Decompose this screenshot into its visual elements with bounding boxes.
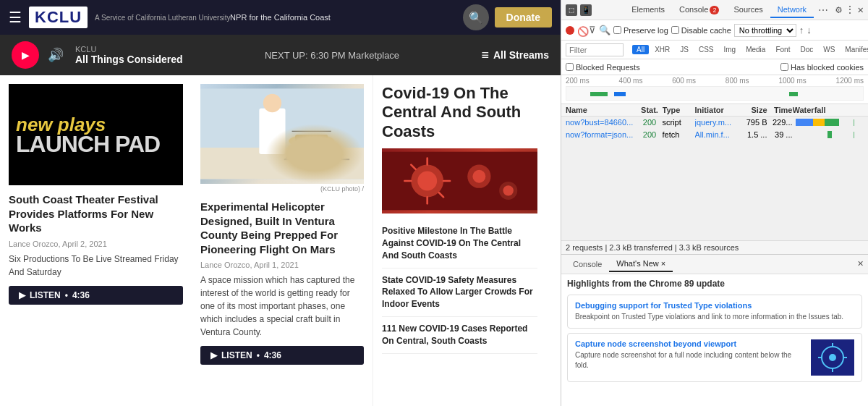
card-1-text: Debugging support for Trusted Type viola… [575,301,854,322]
volume-button[interactable]: 🔊 [48,47,64,63]
covid-link-1[interactable]: Positive Milestone In The Battle Against… [382,219,537,268]
network-table-body: now?bust=84660... 200 script jquery.m...… [561,117,868,240]
close-panel-button[interactable]: ✕ [857,259,864,268]
import-icon[interactable]: ↑ [799,25,804,35]
col-time[interactable]: Time [767,106,793,114]
waterfall-seg-blue [796,119,813,126]
helicopter-desc: A space mission which has captured the i… [200,274,364,339]
type-all[interactable]: All [632,45,649,54]
tab-elements[interactable]: Elements [624,2,672,18]
tab-network[interactable]: Network [770,2,814,18]
play-button[interactable]: ▶ [12,41,39,69]
col-type[interactable]: Type [663,106,695,114]
search-network-icon[interactable]: 🔍 [599,25,610,35]
throttle-select[interactable]: No throttling [734,24,796,37]
article-theater: new plays LAUNCH PAD South Coast Theater… [0,75,192,406]
theater-desc: Six Productions To Be Live Streamed Frid… [9,253,183,279]
preserve-log-label[interactable]: Preserve log [613,26,668,35]
website-panel: ☰ KCLU A Service of California Lutheran … [0,0,561,406]
preserve-log-checkbox[interactable] [613,26,621,34]
timeline-labels: 200 ms 400 ms 600 ms 800 ms 1000 ms 1200… [566,77,864,85]
waterfall-bar-1 [793,119,851,126]
btab-console[interactable]: Console [566,257,609,271]
clear-button[interactable]: 🚫 [577,26,586,35]
row2-type: fetch [663,130,695,139]
devtools-panel: ⬚ 📱 Elements Console2 Sources Network ⋯ … [561,0,868,406]
export-icon[interactable]: ↓ [807,25,812,35]
blocked-requests-label[interactable]: Blocked Requests [566,63,640,72]
card-2-title[interactable]: Capture node screenshot beyond viewport [575,339,805,348]
waterfall-indicator-1: | [854,119,855,126]
type-img[interactable]: Img [719,45,740,54]
row2-name: now?format=json... [566,130,637,139]
streams-icon: ≡ [481,48,489,63]
station-info: KCLU All Things Considered [75,45,183,65]
disable-cache-label[interactable]: Disable cache [671,26,731,35]
record-button[interactable] [566,26,574,35]
table-header: Name Stat. Type Initiator Size Time Wate… [561,104,868,117]
has-blocked-cookies-checkbox[interactable] [780,63,788,71]
tab-sources[interactable]: Sources [726,2,770,18]
table-row[interactable]: now?bust=84660... 200 script jquery.m...… [561,117,868,129]
hamburger-menu[interactable]: ☰ [9,9,22,26]
covid-main-title[interactable]: Covid-19 On The Central And South Coasts [382,84,537,141]
type-js[interactable]: JS [676,45,693,54]
type-css[interactable]: CSS [694,45,718,54]
card-2-desc: Capture node screenshot for a full node … [575,350,805,371]
col-status[interactable]: Stat. [637,106,663,114]
duration: • [65,290,68,300]
has-blocked-cookies-label[interactable]: Has blocked cookies [780,63,864,72]
btab-whats-new[interactable]: What's New × [609,256,673,272]
station-name: KCLU [75,45,183,54]
type-media[interactable]: Media [741,45,770,54]
duration-val2: 4:36 [264,350,281,360]
theater-listen-button[interactable]: ▶ LISTEN • 4:36 [9,286,183,305]
covid-link-3[interactable]: 111 New COVID-19 Cases Reported On Centr… [382,317,537,354]
type-xhr[interactable]: XHR [650,45,674,54]
theater-title[interactable]: South Coast Theater Festival Provides Pl… [9,193,183,235]
disable-cache-checkbox[interactable] [671,26,679,34]
settings-icon[interactable]: ⚙ [835,4,841,16]
network-timeline: 200 ms 400 ms 600 ms 800 ms 1000 ms 1200… [561,75,868,104]
col-name[interactable]: Name [566,106,637,114]
filter-types: All XHR JS CSS Img Media Font Doc WS Man… [632,45,868,54]
device-icon[interactable]: 📱 [580,4,592,16]
helicopter-listen-button[interactable]: ▶ LISTEN • 4:36 [200,346,364,365]
articles-grid: new plays LAUNCH PAD South Coast Theater… [0,75,561,406]
devtools-topbar: ⬚ 📱 Elements Console2 Sources Network ⋯ … [561,0,868,20]
table-row[interactable]: now?format=json... 200 fetch All.min.f..… [561,129,868,141]
network-toolbar: 🚫 ⊽ 🔍 Preserve log Disable cache No thro… [561,20,868,41]
svg-point-5 [289,135,334,148]
inspect-icon[interactable]: ⬚ [566,4,577,16]
type-doc[interactable]: Doc [796,45,817,54]
helicopter-title[interactable]: Experimental Helicopter Designed, Built … [200,200,364,256]
more-tabs-button[interactable]: ⋯ [814,4,833,16]
row2-waterfall: | [793,131,864,138]
service-text: A Service of California Lutheran Univers… [95,14,230,22]
tab-console[interactable]: Console2 [672,2,726,18]
col-size[interactable]: Size [739,106,767,114]
all-streams-button[interactable]: ≡ All Streams [481,48,549,63]
blocked-requests-checkbox[interactable] [566,63,574,71]
col-initiator[interactable]: Initiator [695,106,739,114]
card-1-title[interactable]: Debugging support for Trusted Type viola… [575,301,854,310]
all-streams-label: All Streams [493,49,549,61]
timeline-bar-green2 [789,92,798,96]
filter-icon[interactable]: ⊽ [589,25,596,35]
helicopter-image [200,84,364,184]
search-button[interactable]: 🔍 [463,4,489,30]
filter-input[interactable] [566,43,624,56]
col-waterfall[interactable]: Waterfall [793,106,864,114]
type-font[interactable]: Font [771,45,794,54]
duration-val: 4:36 [72,290,90,300]
type-manifest[interactable]: Manifest [841,45,868,54]
vertical-dots-icon[interactable]: ⋮ [845,4,855,16]
donate-button[interactable]: Donate [495,7,552,28]
close-devtools-icon[interactable]: ✕ [858,4,864,16]
row1-name: now?bust=84660... [566,118,637,127]
whats-new-badge: × [661,259,665,268]
waterfall-seg-green2 [827,131,832,138]
type-ws[interactable]: WS [819,45,839,54]
console-content: Highlights from the Chrome 89 update Deb… [561,274,868,407]
covid-link-2[interactable]: State COVID-19 Safety Measures Relaxed T… [382,268,537,317]
